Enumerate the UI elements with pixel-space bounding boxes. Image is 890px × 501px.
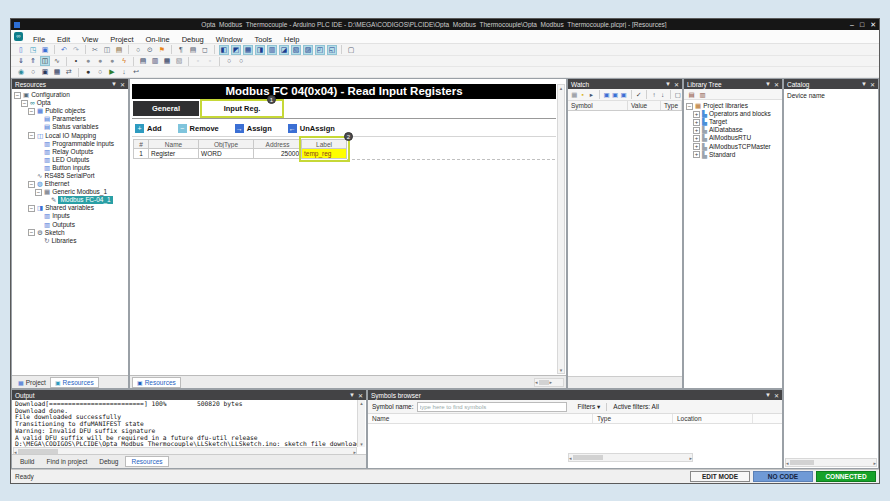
scroll-up-icon[interactable]: ▴ <box>560 85 563 91</box>
toggle-library-icon[interactable]: ◨ <box>255 45 265 55</box>
find-icon[interactable]: ○ <box>133 45 143 55</box>
step-into-icon[interactable]: ▣ <box>40 67 50 77</box>
menu-item-debug[interactable]: Debug <box>176 34 210 45</box>
tree-item-button-inputs[interactable]: ▥Button inputs <box>12 164 128 172</box>
paste-icon[interactable]: ▤ <box>114 45 124 55</box>
close-icon[interactable]: ✕ <box>674 81 679 88</box>
upload-code-icon[interactable]: ⇑ <box>28 56 38 66</box>
tree-item-status-variables[interactable]: ▤Status variables <box>12 123 128 131</box>
close-icon[interactable]: ✕ <box>358 392 363 399</box>
bookmark-icon[interactable]: ⚑ <box>157 45 167 55</box>
tab-debug[interactable]: Debug <box>94 457 123 466</box>
document-horizontal-scrollbar[interactable]: ◂▸ <box>534 378 564 387</box>
library-refresh-icon[interactable]: ▤ <box>687 90 696 99</box>
move-down-icon[interactable]: ↓ <box>659 90 666 99</box>
tab-resources[interactable]: ▣Resources <box>50 377 99 388</box>
tree-item-almodbustcpmaster[interactable]: +▙AlModbusTCPMaster <box>684 142 782 150</box>
tree-item-generic-modbus-1[interactable]: −▦Generic Modbus_1 <box>12 188 128 196</box>
unassign-button[interactable]: ←UnAssign <box>288 124 335 133</box>
go-to-icon[interactable]: ¶ <box>176 45 186 55</box>
tree-item-configuration[interactable]: −▣Configuration <box>12 91 128 99</box>
toggle-catalog-icon[interactable]: ▥ <box>267 45 277 55</box>
minimize-button[interactable]: – <box>850 21 854 28</box>
restore-watch-icon[interactable]: ▣ <box>603 90 610 99</box>
tree-item-programmable-inputs[interactable]: ▥Programmable inputs <box>12 140 128 148</box>
tree-item-operators-and-blocks[interactable]: +▙Operators and blocks <box>684 110 782 118</box>
tree-item-shared-variables[interactable]: −◨Shared variables <box>12 204 128 212</box>
sim-debug-icon[interactable]: ▫ <box>205 56 215 66</box>
save-icon[interactable]: ▣ <box>40 45 50 55</box>
simulation-mode-icon[interactable]: ◉ <box>16 67 26 77</box>
add-button[interactable]: +Add <box>135 124 162 133</box>
graph-window-icon[interactable]: ▧ <box>174 56 184 66</box>
toggle-fullscreen-icon[interactable]: ◱ <box>327 45 337 55</box>
tab-build[interactable]: Build <box>15 457 39 466</box>
toggle-output-icon[interactable]: ◩ <box>231 45 241 55</box>
connect-icon[interactable]: ◫ <box>40 56 50 66</box>
close-icon[interactable]: ✕ <box>870 81 875 88</box>
expand-toggle-icon[interactable]: + <box>693 127 700 134</box>
expand-toggle-icon[interactable]: − <box>28 132 35 139</box>
communication-settings-icon[interactable]: ∿ <box>52 56 62 66</box>
new-project-icon[interactable]: ▯ <box>16 45 26 55</box>
watch-key-icon[interactable]: ▪ <box>580 90 587 99</box>
tree-item-rs485-serialport[interactable]: ∿RS485 SerialPort <box>12 172 128 180</box>
tree-item-public-objects[interactable]: −▦Public objects <box>12 107 128 115</box>
tree-item-relay-outputs[interactable]: ▥Relay Outputs <box>12 148 128 156</box>
redo-icon[interactable]: ↷ <box>71 45 81 55</box>
expand-toggle-icon[interactable]: − <box>14 92 21 99</box>
menu-item-on-line[interactable]: On-line <box>140 34 176 45</box>
loop-icon[interactable]: ○ <box>224 56 234 66</box>
tree-item-parameters[interactable]: ▤Parameters <box>12 115 128 123</box>
toggle-workspace-icon[interactable]: ◧ <box>219 45 229 55</box>
pause-icon[interactable]: ● <box>107 56 117 66</box>
watch-window-icon[interactable]: ▤ <box>138 56 148 66</box>
pin-icon[interactable]: ▼ <box>861 81 867 87</box>
oscilloscope-window-icon[interactable]: ▥ <box>150 56 160 66</box>
expand-toggle-icon[interactable]: − <box>686 103 693 110</box>
maximize-button[interactable]: □ <box>860 21 864 28</box>
menu-item-help[interactable]: Help <box>278 34 305 45</box>
expand-toggle-icon[interactable]: − <box>35 189 42 196</box>
tree-item-outputs[interactable]: ▥Outputs <box>12 221 128 229</box>
print-preview-icon[interactable]: ◻ <box>200 45 210 55</box>
flash-device-icon[interactable]: ϟ <box>119 56 129 66</box>
symbols-horizontal-scrollbar[interactable]: ◂▸ <box>568 453 693 462</box>
pin-icon[interactable]: ▼ <box>765 392 771 398</box>
download-code-icon[interactable]: ⇓ <box>16 56 26 66</box>
refresh-status-icon[interactable]: ○ <box>236 56 246 66</box>
expand-toggle-icon[interactable]: + <box>693 151 700 158</box>
tree-item-standard[interactable]: +▙Standard <box>684 151 782 159</box>
pin-icon[interactable]: ▼ <box>765 81 771 87</box>
swap-icon[interactable]: ⇄ <box>64 67 74 77</box>
watch-properties-icon[interactable]: ▦ <box>571 90 578 99</box>
save-watch-icon[interactable]: ▣ <box>612 90 619 99</box>
tree-item-inputs[interactable]: ▥Inputs <box>12 212 128 220</box>
symbol-search-input[interactable] <box>417 402 567 412</box>
breakpoint-icon[interactable]: • <box>71 56 81 66</box>
print-icon[interactable]: ▤ <box>188 45 198 55</box>
step-return-icon[interactable]: ↩ <box>131 67 141 77</box>
expand-toggle-icon[interactable]: − <box>21 100 28 107</box>
expand-toggle-icon[interactable]: − <box>28 108 35 115</box>
filters-button[interactable]: Filters ▾ <box>572 403 608 411</box>
step-over-icon[interactable]: ▦ <box>52 67 62 77</box>
scroll-down-icon[interactable]: ▾ <box>560 367 563 373</box>
menu-item-tools[interactable]: Tools <box>248 34 278 45</box>
find-next-icon[interactable]: ⊙ <box>145 45 155 55</box>
tab-find-in-project[interactable]: Find in project <box>41 457 92 466</box>
stop-icon[interactable]: ● <box>95 56 105 66</box>
tree-item-project-libraries[interactable]: −▦Project libraries <box>684 102 782 110</box>
cut-icon[interactable]: ✂ <box>90 45 100 55</box>
live-debug-icon[interactable]: ▫ <box>193 56 203 66</box>
close-icon[interactable]: ✕ <box>120 81 125 88</box>
open-project-icon[interactable]: ◳ <box>28 45 38 55</box>
remove-button[interactable]: −Remove <box>178 124 219 133</box>
tree-item-modbus-fc-04-1[interactable]: ✎Modbus FC-04_1 <box>12 196 128 204</box>
close-icon[interactable]: ✕ <box>774 81 779 88</box>
expand-toggle-icon[interactable]: − <box>28 205 35 212</box>
tree-item-libraries[interactable]: ↻Libraries <box>12 237 128 245</box>
expand-toggle-icon[interactable]: + <box>693 143 700 150</box>
expand-toggle-icon[interactable]: + <box>693 119 700 126</box>
confirm-watch-icon[interactable]: ✓ <box>636 90 643 99</box>
